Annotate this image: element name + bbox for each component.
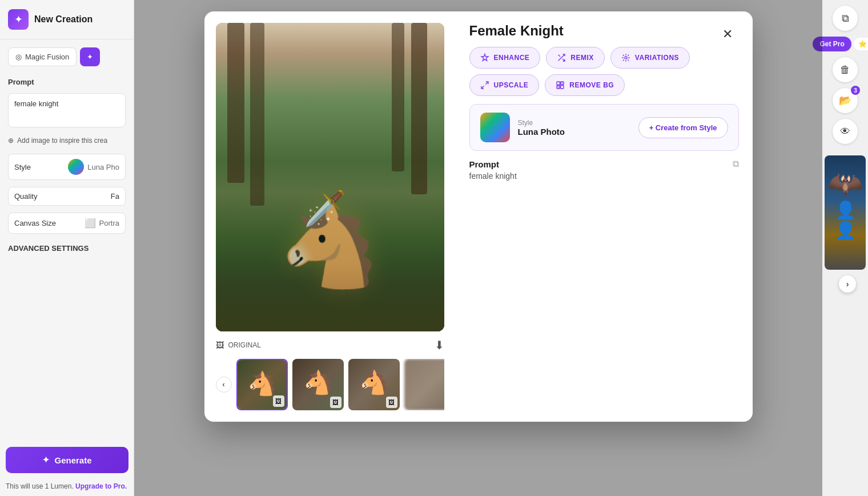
download-button[interactable]: ⬇ — [435, 338, 444, 352]
quality-value: Fa — [111, 192, 119, 201]
coin-icon: ⭐ — [858, 40, 867, 48]
canvas-value-group: ⬜ Portra — [85, 218, 119, 229]
prompt-section: Prompt ⧉ female knight — [469, 159, 739, 181]
copy-top-icon: ⧉ — [842, 13, 849, 25]
image-icon: 🖼 — [216, 341, 224, 350]
style-label: Style — [14, 163, 31, 171]
add-image-button[interactable]: ⊕ Add image to inspire this crea — [8, 134, 126, 147]
chevron-right-icon: › — [846, 279, 849, 289]
sidebar-body: ◎ Magic Fusion ✦ Prompt female knight ⊕ … — [0, 39, 134, 496]
prompt-section-label: Prompt — [469, 159, 500, 169]
coins-badge-container: ⭐ 5 5 — [854, 38, 868, 50]
upscale-icon — [480, 81, 489, 90]
download-icon: ⬇ — [435, 339, 444, 351]
canvas-icon: ⬜ — [85, 218, 96, 229]
image-label: 🖼 ORIGINAL — [216, 341, 261, 350]
quality-setting-row[interactable]: Quality Fa — [8, 187, 126, 206]
eye-icon: 👁 — [840, 126, 850, 138]
svg-rect-4 — [561, 86, 564, 89]
quality-label: Quality — [14, 192, 37, 201]
style-thumbnail — [480, 113, 510, 142]
tab-magic-fusion[interactable]: ◎ Magic Fusion — [8, 47, 77, 66]
style-value-group: Luna Pho — [68, 159, 119, 175]
thumbnail-3[interactable]: 🐴 🖼 — [348, 359, 400, 410]
enhance-label: ENHANCE — [494, 54, 530, 62]
svg-rect-2 — [561, 82, 564, 85]
enhance-icon — [480, 53, 489, 62]
create-from-style-label: + Create from Style — [649, 123, 717, 132]
copy-prompt-button[interactable]: ⧉ — [733, 159, 739, 169]
image-label-row: 🖼 ORIGINAL ⬇ — [216, 338, 444, 352]
lumen-note: This will use 1 Lumen. Upgrade to Pro. — [6, 482, 127, 490]
variations-icon — [621, 53, 630, 62]
panel-chevron-button[interactable]: › — [839, 275, 856, 293]
remix-button[interactable]: REMIX — [546, 47, 605, 69]
tab-active[interactable]: ✦ — [80, 47, 100, 66]
chevron-container: › — [822, 275, 868, 293]
canvas-value: Portra — [99, 219, 119, 227]
svg-point-0 — [625, 57, 627, 59]
batman-image-panel: 🦇 👤👤 — [825, 155, 866, 270]
prompt-label: Prompt — [8, 78, 126, 86]
generate-button[interactable]: ✦ Generate — [6, 447, 128, 473]
style-info: Style Luna Photo — [518, 119, 630, 137]
remove-bg-button[interactable]: REMOVE BG — [545, 74, 625, 96]
trash-button[interactable]: 🗑 — [833, 57, 858, 82]
get-pro-label: Get Pro — [819, 40, 844, 48]
magic-fusion-label: Magic Fusion — [25, 53, 69, 61]
prompt-input[interactable]: female knight — [8, 93, 126, 127]
thumbnails-prev-button[interactable]: ‹ — [216, 377, 232, 393]
variations-button[interactable]: VARIATIONS — [610, 47, 690, 69]
coins-badge: ⭐ 5 — [854, 38, 868, 50]
upgrade-link[interactable]: Upgrade to Pro. — [75, 482, 127, 490]
create-from-style-button[interactable]: + Create from Style — [638, 117, 728, 138]
style-value: Luna Pho — [87, 163, 119, 171]
magic-fusion-icon: ◎ — [15, 53, 22, 61]
close-icon: ✕ — [722, 27, 733, 42]
style-name: Luna Photo — [518, 127, 630, 137]
modal-detail-side: Female Knight ✕ ENHANCE — [456, 11, 753, 422]
svg-rect-1 — [557, 82, 560, 85]
svg-rect-3 — [557, 86, 560, 89]
modal-title: Female Knight — [469, 23, 564, 39]
modal-inner: 🐴 🗡️ 🖼 ORIGINAL ⬇ — [204, 11, 753, 422]
canvas-label: Canvas Size — [14, 219, 56, 227]
folder-icon: 📂 — [839, 94, 851, 107]
active-tab-icon: ✦ — [87, 53, 93, 61]
upscale-button[interactable]: UPSCALE — [469, 74, 540, 96]
thumbnail-4[interactable] — [404, 359, 444, 410]
modal-header-row: Female Knight ✕ — [469, 23, 739, 39]
image-label-text: ORIGINAL — [228, 341, 261, 349]
thumb-icon-1: 🖼 — [273, 395, 284, 407]
close-button[interactable]: ✕ — [716, 23, 739, 46]
copy-icon: ⧉ — [733, 159, 739, 169]
app-title: New Creation — [34, 14, 93, 25]
thumbnails-row: ‹ 🐴 🖼 🐴 🖼 — [216, 359, 444, 410]
remix-icon — [557, 53, 566, 62]
sidebar: ✦ New Creation ◎ Magic Fusion ✦ Prompt f… — [0, 0, 134, 496]
prev-icon: ‹ — [223, 381, 225, 389]
modal-overlay: 🐴 🗡️ 🖼 ORIGINAL ⬇ — [134, 0, 822, 496]
folder-badge: 3 — [851, 86, 860, 95]
variations-label: VARIATIONS — [635, 54, 679, 62]
style-setting-row[interactable]: Style Luna Pho — [8, 154, 126, 180]
prompt-value: female knight — [14, 99, 58, 108]
modal-image-side: 🐴 🗡️ 🖼 ORIGINAL ⬇ — [204, 11, 456, 422]
main-image-bg: 🐴 🗡️ — [216, 23, 444, 331]
enhance-button[interactable]: ENHANCE — [469, 47, 541, 69]
prompt-display-value: female knight — [469, 171, 739, 181]
modal: 🐴 🗡️ 🖼 ORIGINAL ⬇ — [204, 11, 753, 422]
style-circle-icon — [68, 159, 84, 175]
eye-button[interactable]: 👁 — [833, 119, 858, 144]
thumb-icon-2: 🖼 — [330, 397, 341, 408]
copy-button[interactable]: ⧉ — [833, 6, 858, 31]
canvas-setting-row[interactable]: Canvas Size ⬜ Portra — [8, 213, 126, 234]
trash-icon: 🗑 — [840, 64, 850, 76]
remove-bg-icon — [556, 81, 565, 90]
right-panel: ⧉ Get Pro ⭐ 5 5 🗑 📂 3 👁 🦇 👤👤 › — [822, 0, 868, 496]
thumbnail-1[interactable]: 🐴 🖼 — [236, 359, 288, 410]
folder-button[interactable]: 📂 3 — [833, 88, 858, 113]
prompt-section-header: Prompt ⧉ — [469, 159, 739, 169]
generate-label: Generate — [54, 455, 91, 465]
thumbnail-2[interactable]: 🐴 🖼 — [292, 359, 344, 410]
